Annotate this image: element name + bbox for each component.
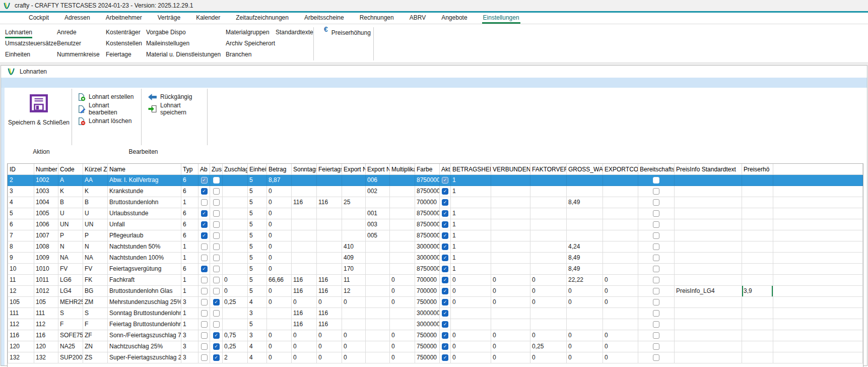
cell-einheit[interactable]: 5 (248, 175, 267, 186)
cell-export_nr_2[interactable] (366, 275, 390, 286)
cell-name[interactable]: Sonn-/Feiertagszuschlag 75% (108, 330, 181, 341)
ab-checkbox[interactable] (201, 232, 208, 239)
cell-farbe[interactable]: 700000 (415, 197, 440, 208)
cell-exportcode2[interactable] (603, 264, 638, 275)
cell-akt[interactable] (440, 241, 451, 253)
cell-filler[interactable] (773, 330, 863, 341)
zus-checkbox[interactable] (213, 332, 220, 339)
cell-verbundenel[interactable]: 0 (491, 341, 530, 352)
menu-item-verträge[interactable]: Verträge (157, 13, 181, 24)
cell-feiertags[interactable]: 116 (317, 308, 342, 319)
cell-verbundenel[interactable] (491, 253, 530, 264)
cell-ab[interactable] (198, 352, 210, 363)
column-header-betragsherk[interactable]: BETRAGSHERK (451, 164, 491, 175)
cell-id[interactable]: 11 (8, 275, 34, 286)
akt-checkbox[interactable] (442, 332, 448, 339)
column-header-kuerzel_ze[interactable]: Kürzel ZE (83, 164, 108, 175)
cell-akt[interactable] (440, 197, 451, 208)
cell-sonntags[interactable]: 0 (292, 341, 317, 352)
akt-checkbox[interactable] (442, 277, 448, 283)
cell-betrag[interactable]: 0 (267, 297, 292, 308)
zus-checkbox[interactable] (213, 177, 220, 184)
cell-exportcode2[interactable] (603, 197, 638, 208)
cell-filler[interactable] (773, 175, 863, 186)
cell-export_nr_1[interactable]: 25 (342, 197, 366, 208)
cell-exportcode2[interactable]: 0 (603, 286, 638, 297)
ab-checkbox[interactable] (201, 299, 208, 305)
cell-betragsherk[interactable]: 1 (451, 186, 491, 197)
cell-kuerzel_ze[interactable]: K (83, 186, 108, 197)
cell-akt[interactable] (440, 286, 451, 297)
cell-farbe[interactable]: 8750000 (415, 175, 440, 186)
cell-preisinfo_standardtext[interactable] (675, 330, 742, 341)
cell-zuschlags[interactable] (223, 175, 248, 186)
cell-ab[interactable] (198, 208, 210, 219)
cell-filler[interactable] (773, 308, 863, 319)
cell-betrag[interactable]: 8,87 (267, 175, 292, 186)
cell-preiserhoehung[interactable] (742, 219, 773, 230)
cell-zus[interactable] (210, 319, 223, 330)
cell-verbundenel[interactable] (491, 219, 530, 230)
cell-einheit[interactable]: 4 (248, 297, 267, 308)
cell-multiplikat[interactable]: 0 (390, 352, 415, 363)
cell-kuerzel_ze[interactable]: ZS (83, 352, 108, 363)
cell-verbundenel[interactable]: 0 (491, 286, 530, 297)
cell-typ[interactable]: 1 (181, 197, 198, 208)
cell-bereitschaftsdienst[interactable] (638, 352, 675, 363)
akt-checkbox[interactable] (442, 288, 448, 294)
cell-betragsherk[interactable] (451, 197, 491, 208)
cell-code[interactable]: U (58, 208, 83, 219)
cell-zuschlags[interactable] (223, 208, 248, 219)
bereitschaftsdienst-checkbox[interactable] (653, 266, 659, 272)
cell-exportcode2[interactable]: 0 (603, 352, 638, 363)
cell-akt[interactable] (440, 175, 451, 186)
cell-zuschlags[interactable] (223, 308, 248, 319)
cell-exportcode2[interactable] (603, 230, 638, 241)
cell-zus[interactable] (210, 286, 223, 297)
cell-farbe[interactable]: 750000 (415, 341, 440, 352)
cell-feiertags[interactable] (317, 253, 342, 264)
table-row[interactable]: 121012LG4BGBruttostundenlohn Glas1050116… (8, 286, 863, 297)
akt-checkbox[interactable] (442, 243, 448, 250)
cell-number[interactable]: 1007 (34, 230, 58, 241)
akt-checkbox[interactable] (442, 199, 448, 206)
cell-preisinfo_standardtext[interactable] (675, 241, 742, 253)
cell-id[interactable]: 8 (8, 241, 34, 253)
cell-gross_wage[interactable] (567, 308, 603, 319)
column-header-code[interactable]: Code (58, 164, 83, 175)
cell-preisinfo_standardtext[interactable] (675, 275, 742, 286)
cell-farbe[interactable]: 8750000 (415, 230, 440, 241)
cell-einheit[interactable]: 5 (248, 197, 267, 208)
cell-preiserhoehung[interactable] (742, 308, 773, 319)
cell-kuerzel_ze[interactable]: BG (83, 286, 108, 297)
cell-kuerzel_ze[interactable]: P (83, 230, 108, 241)
cell-preisinfo_standardtext[interactable] (675, 341, 742, 352)
cell-feiertags[interactable] (317, 208, 342, 219)
cell-ab[interactable] (198, 175, 210, 186)
cell-name[interactable]: Sonntag Bruttostundenlohn (108, 308, 181, 319)
cell-zus[interactable] (210, 219, 223, 230)
zus-checkbox[interactable] (213, 299, 220, 305)
cell-multiplikat[interactable]: 0 (390, 330, 415, 341)
cell-feiertags[interactable]: 0 (317, 352, 342, 363)
cell-faktorverbl[interactable] (530, 230, 567, 241)
cell-typ[interactable]: 6 (181, 208, 198, 219)
cell-exportcode2[interactable] (603, 253, 638, 264)
ribbon-item-feiertage[interactable]: Feiertage (106, 49, 131, 60)
table-row[interactable]: 81008NNNachtstunden 50%150410300000014,2… (8, 241, 863, 253)
cell-einheit[interactable]: 4 (248, 352, 267, 363)
cell-preisinfo_standardtext[interactable] (675, 186, 742, 197)
cell-multiplikat[interactable]: 0 (390, 341, 415, 352)
cell-number[interactable]: 112 (34, 319, 58, 330)
cell-zuschlags[interactable]: 2 (223, 352, 248, 363)
cell-bereitschaftsdienst[interactable] (638, 286, 675, 297)
cell-sonntags[interactable] (292, 208, 317, 219)
edit-lohnart-button[interactable]: Lohnart bearbeiten (75, 103, 141, 115)
cell-filler[interactable] (773, 297, 863, 308)
cell-number[interactable]: 111 (34, 308, 58, 319)
cell-name[interactable]: Nachtstunden 50% (108, 241, 181, 253)
cell-einheit[interactable]: 5 (248, 230, 267, 241)
cell-einheit[interactable]: 5 (248, 186, 267, 197)
cell-id[interactable]: 4 (8, 197, 34, 208)
cell-einheit[interactable]: 3 (248, 308, 267, 319)
